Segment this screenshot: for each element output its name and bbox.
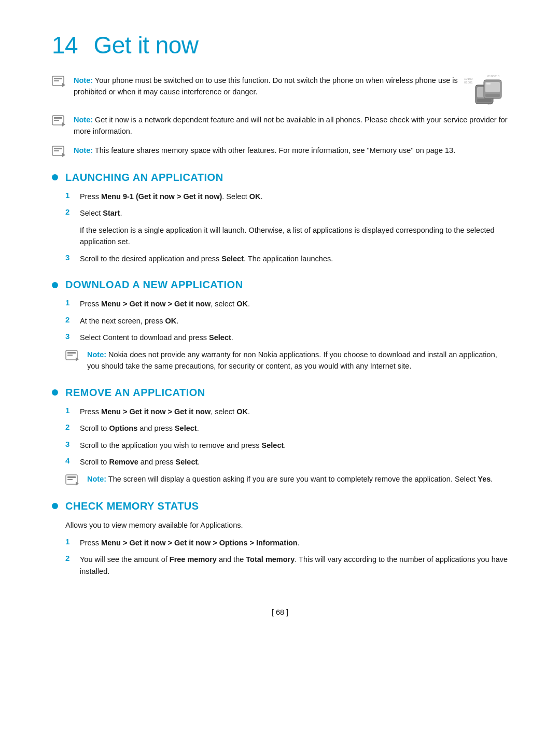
svg-rect-25 xyxy=(67,355,73,356)
step-remove-4: 4 Scroll to Remove and press Select. xyxy=(65,456,508,468)
note-block-download: Note: Nokia does not provide any warrant… xyxy=(65,349,508,372)
svg-text:10100: 10100 xyxy=(464,77,473,80)
step-launching-3-text: Scroll to the desired application and pr… xyxy=(80,253,333,264)
step-memory-2: 2 You will see the amount of Free memory… xyxy=(65,554,508,577)
svg-text:0100010: 0100010 xyxy=(487,75,500,78)
page-footer: [ 68 ] xyxy=(52,608,508,616)
svg-rect-21 xyxy=(54,150,59,151)
step-download-1: 1 Press Menu > Get it now > Get it now, … xyxy=(65,298,508,309)
svg-rect-14 xyxy=(486,83,491,85)
bullet-dot-download xyxy=(52,282,58,288)
svg-rect-20 xyxy=(54,148,62,149)
section-download-header: Download a New Application xyxy=(52,279,508,291)
page-title: 14 Get it now xyxy=(52,31,508,59)
note-text-2: Note: Get it now is a network dependent … xyxy=(74,114,508,137)
step-download-3-text: Select Content to download and press Sel… xyxy=(80,332,233,343)
bullet-dot-remove xyxy=(52,389,58,396)
note-icon-3 xyxy=(52,146,66,157)
step-launching-sub: If the selection is a single application… xyxy=(80,224,508,248)
svg-rect-29 xyxy=(67,479,73,480)
step-remove-4-text: Scroll to Remove and press Select. xyxy=(80,456,200,468)
step-remove-2: 2 Scroll to Options and press Select. xyxy=(65,423,508,434)
footer-text: [ 68 ] xyxy=(272,608,288,616)
note-text-remove: Note: The screen will display a question… xyxy=(87,473,493,485)
svg-rect-28 xyxy=(67,476,76,478)
svg-rect-2 xyxy=(54,80,59,81)
note-text-download: Note: Nokia does not provide any warrant… xyxy=(87,349,508,372)
step-launching-1: 1 Press Menu 9-1 (Get it now > Get it no… xyxy=(65,191,508,202)
step-remove-3: 3 Scroll to the application you wish to … xyxy=(65,440,508,451)
section-remove-header: Remove an Application xyxy=(52,387,508,399)
section-remove-title: Remove an Application xyxy=(65,387,205,399)
step-download-2-text: At the next screen, press OK. xyxy=(80,315,178,327)
svg-text:01001: 01001 xyxy=(464,81,473,84)
step-download-2: 2 At the next screen, press OK. xyxy=(65,315,508,327)
step-launching-3: 3 Scroll to the desired application and … xyxy=(65,253,508,264)
section-memory-header: Check Memory Status xyxy=(52,500,508,512)
note-block-3: Note: This feature shares memory space w… xyxy=(52,145,508,157)
step-launching-2: 2 Select Start. xyxy=(65,207,508,219)
step-launching-2-text: Select Start. xyxy=(80,207,122,219)
section-launching-content: 1 Press Menu 9-1 (Get it now > Get it no… xyxy=(65,191,508,264)
svg-rect-16 xyxy=(54,117,62,119)
bullet-dot-launching xyxy=(52,174,58,180)
step-download-1-text: Press Menu > Get it now > Get it now, se… xyxy=(80,298,250,309)
step-remove-1-text: Press Menu > Get it now > Get it now, se… xyxy=(80,406,250,417)
memory-intro: Allows you to view memory available for … xyxy=(65,519,508,531)
svg-rect-24 xyxy=(67,352,76,354)
svg-rect-17 xyxy=(54,120,59,121)
step-launching-1-text: Press Menu 9-1 (Get it now > Get it now)… xyxy=(80,191,262,202)
svg-rect-1 xyxy=(54,78,62,79)
step-remove-3-text: Scroll to the application you wish to re… xyxy=(80,440,286,451)
note-text-3: Note: This feature shares memory space w… xyxy=(74,145,455,156)
section-memory-content: Allows you to view memory available for … xyxy=(65,519,508,578)
step-memory-2-text: You will see the amount of Free memory a… xyxy=(80,554,508,577)
note-icon-download xyxy=(65,350,80,361)
note-block-remove: Note: The screen will display a question… xyxy=(65,473,508,486)
step-remove-1: 1 Press Menu > Get it now > Get it now, … xyxy=(65,406,508,417)
section-memory-title: Check Memory Status xyxy=(65,500,199,512)
chapter-number: 14 xyxy=(52,32,78,59)
section-remove-content: 1 Press Menu > Get it now > Get it now, … xyxy=(65,406,508,486)
step-download-3: 3 Select Content to download and press S… xyxy=(65,332,508,343)
bullet-dot-memory xyxy=(52,503,58,509)
chapter-title: Get it now xyxy=(93,32,198,59)
step-memory-1: 1 Press Menu > Get it now > Get it now >… xyxy=(65,537,508,548)
note-text-1: Note: Your phone must be switched on to … xyxy=(74,75,464,98)
note-icon-1 xyxy=(52,76,66,87)
note-block-1: Note: Your phone must be switched on to … xyxy=(52,75,508,107)
step-remove-2-text: Scroll to Options and press Select. xyxy=(80,423,199,434)
svg-rect-13 xyxy=(485,94,500,97)
section-launching-header: Launching an Application xyxy=(52,172,508,184)
note-block-2: Note: Get it now is a network dependent … xyxy=(52,114,508,137)
section-download-content: 1 Press Menu > Get it now > Get it now, … xyxy=(65,298,508,372)
phone-illustration: 10100 01001 0100010 10 xyxy=(464,75,508,107)
section-launching-title: Launching an Application xyxy=(65,172,223,184)
note-icon-remove xyxy=(65,474,80,486)
svg-rect-10 xyxy=(477,99,492,102)
note-icon-2 xyxy=(52,115,66,126)
step-memory-1-text: Press Menu > Get it now > Get it now > O… xyxy=(80,537,300,548)
section-download-title: Download a New Application xyxy=(65,279,243,291)
